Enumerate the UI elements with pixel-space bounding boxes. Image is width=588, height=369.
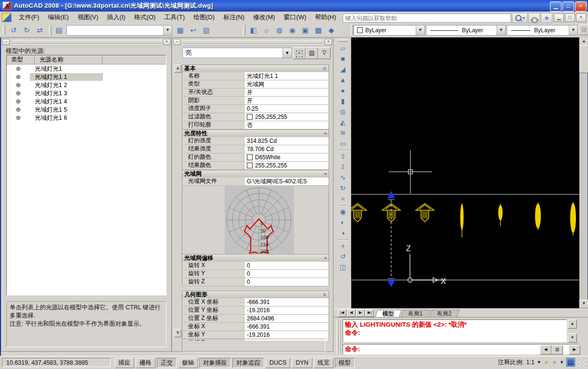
menu-item-4[interactable]: 格式(O) (130, 12, 160, 23)
property-value[interactable]: 78.706 Cd (244, 145, 329, 153)
maximize-button[interactable]: □ (562, 1, 574, 12)
3d-move-icon[interactable]: + (337, 241, 349, 252)
communication-center-button[interactable] (528, 13, 540, 23)
menu-item-6[interactable]: 绘图(D) (189, 12, 219, 23)
sweep-icon[interactable]: ∿ (337, 173, 349, 183)
light-list-item[interactable]: ⊕光域灯光1 2 (7, 81, 166, 89)
light-symbol[interactable] (460, 204, 464, 237)
menu-item-5[interactable]: 工具(T) (160, 12, 189, 23)
loft-icon[interactable]: ≈ (337, 194, 349, 204)
minimize-button[interactable]: ▁ (550, 1, 562, 12)
menu-item-1[interactable]: 编辑(E) (44, 12, 73, 23)
drawing-vscrollbar[interactable]: ▲ ▼ (579, 38, 588, 308)
property-value[interactable]: -19.2016 (244, 306, 329, 314)
toolbar-grab[interactable] (351, 25, 353, 35)
layer-previous-icon[interactable]: ↩ (187, 25, 199, 36)
coordinates-readout[interactable]: 10.6319, 437.4583, 3788.3885 (2, 358, 111, 367)
property-value[interactable]: 255,255,255 (244, 162, 329, 169)
palette-minimize-button[interactable]: – (2, 39, 10, 45)
doc-close-button[interactable]: × (576, 13, 586, 22)
doc-minimize-button[interactable]: ▁ (554, 13, 564, 22)
property-value[interactable]: -19.2016 (244, 331, 329, 339)
palette-grab-bar[interactable] (182, 40, 323, 44)
favorites-button[interactable]: ★ (541, 13, 552, 23)
scroll-up-button[interactable]: ▲ (174, 64, 181, 73)
cone-icon[interactable]: ▲ (337, 75, 349, 86)
box-icon[interactable]: ■ (337, 54, 349, 64)
toolbar-grab[interactable] (49, 25, 51, 35)
status-toggle-对象追踪[interactable]: 对象追踪 (232, 358, 264, 368)
command-scroll-down[interactable]: ▼ (568, 333, 577, 343)
status-toggle-正交[interactable]: 正交 (157, 358, 177, 368)
animation-icon[interactable]: ▩ (312, 25, 324, 36)
tab-first-button[interactable]: |◀ (338, 309, 346, 317)
light-list-item[interactable]: ⊕光域灯光1 5 (7, 105, 166, 114)
light-symbol[interactable] (351, 204, 367, 222)
subtract-icon[interactable]: ◐ (337, 217, 349, 228)
tab-模型[interactable]: 模型 (375, 310, 401, 318)
annotation-autoscale-icon[interactable]: ☀ (551, 359, 557, 366)
command-scroll-thumb[interactable]: ▥ (551, 345, 563, 355)
tab-布局1[interactable]: 布局1 (400, 310, 430, 318)
section-header[interactable]: 光域网‹ (182, 170, 329, 178)
section-header[interactable]: 几何图形« (182, 291, 329, 298)
property-value[interactable]: D65White (244, 153, 329, 161)
status-toggle-捕捉[interactable]: 捕捉 (115, 358, 134, 368)
layer-states-icon[interactable]: ▥ (200, 25, 212, 36)
revolve-icon[interactable]: ↻ (337, 183, 349, 194)
pyramid-icon[interactable]: ◭ (337, 117, 349, 128)
scroll-down-button[interactable]: ▼ (174, 329, 181, 337)
color-combo[interactable]: ByLayer ▼ (354, 25, 425, 36)
command-history[interactable]: 输入 LIGHTINGUNITS 的新值 <2>: *取消*命令: (343, 319, 567, 342)
menu-item-9[interactable]: 窗口(W) (280, 12, 311, 23)
menu-item-8[interactable]: 修改(M) (249, 12, 280, 23)
menu-item-3[interactable]: 插入(I) (102, 12, 129, 23)
drawing-canvas[interactable]: Z X (351, 38, 579, 308)
light-symbol[interactable] (499, 204, 503, 226)
status-toggle-模型[interactable]: 模型 (335, 358, 355, 368)
property-value[interactable]: 否 (244, 121, 329, 129)
light-list-item[interactable]: ⊕光域灯光1 (7, 64, 166, 73)
tab-last-button[interactable]: ▶| (365, 309, 374, 317)
property-value[interactable]: 光域网 (244, 80, 329, 88)
chevron-up-icon[interactable]: ‹ (322, 257, 329, 259)
property-value[interactable]: 光域灯光1 1 (244, 72, 329, 80)
selection-combo[interactable]: 亮 ▼ (182, 48, 292, 58)
chevron-down-icon[interactable]: ▼ (537, 360, 541, 365)
light-symbol[interactable] (535, 203, 541, 230)
3d-orbit-icon[interactable]: ↻ (21, 25, 33, 36)
clean-screen-button[interactable] (566, 358, 575, 367)
polysolid-icon[interactable]: ▱ (337, 43, 349, 54)
chevron-up-icon[interactable]: ‹ (322, 173, 329, 175)
palette-minimize-button[interactable]: – (173, 39, 180, 45)
lights-list[interactable]: 类型 光源名称 ⊕光域灯光1⊕光域灯光1 1⊕光域灯光1 2⊕光域灯光1 3⊕光… (6, 55, 166, 295)
layer-properties-icon[interactable]: ▤ (53, 25, 65, 36)
render-environment-icon[interactable]: ☼ (260, 25, 272, 36)
toolbar-grab[interactable] (338, 39, 348, 42)
sphere-icon[interactable]: ● (337, 86, 349, 96)
cylinder-icon[interactable]: ▮ (337, 96, 349, 107)
property-value[interactable]: 开 (244, 97, 329, 104)
status-toggle-栅格[interactable]: 栅格 (136, 358, 155, 368)
extrude-icon[interactable]: ⇧ (337, 152, 349, 162)
doc-restore-button[interactable]: □ (565, 13, 575, 22)
command-scroll-up[interactable]: ▲ (568, 319, 577, 329)
toolbar-grab[interactable] (243, 25, 245, 35)
light-list-item[interactable]: ⊕光域灯光1 6 (7, 114, 166, 122)
materials-icon[interactable]: ◉ (286, 25, 298, 36)
property-value[interactable]: 0 (244, 270, 329, 278)
chevron-down-icon[interactable]: ▼ (497, 25, 505, 35)
status-toggle-DUCS[interactable]: DUCS (266, 358, 290, 368)
chevron-up-icon[interactable]: « (321, 293, 329, 296)
menu-item-0[interactable]: 文件(F) (14, 12, 44, 23)
toolbar-overflow-button[interactable]: 随 (579, 25, 588, 35)
quick-select-button[interactable]: + (293, 47, 306, 59)
command-scroll-left[interactable]: ◀ (540, 345, 551, 355)
property-value[interactable]: 0 (244, 278, 329, 286)
lineweight-combo[interactable]: ByLayer ▼ (507, 25, 578, 36)
status-toggle-极轴[interactable]: 极轴 (178, 358, 198, 368)
workspace-icon[interactable] (2, 13, 12, 22)
light-list-item[interactable]: ⊕光域灯光1 1 (7, 73, 166, 81)
property-value[interactable]: G:\光域网\IES-40\2.IES (244, 178, 329, 185)
property-value[interactable]: 0 (244, 262, 329, 269)
